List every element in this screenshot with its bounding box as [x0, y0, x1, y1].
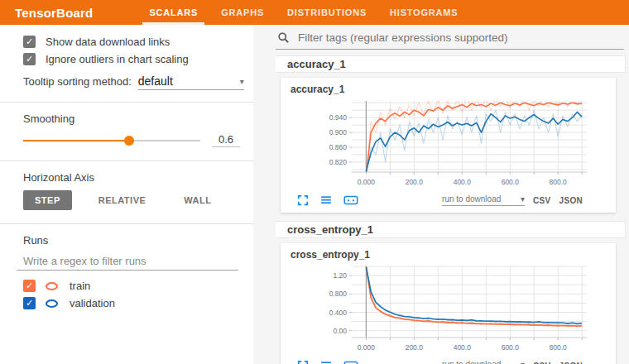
run-to-download-label: run to download [442, 194, 501, 204]
svg-text:0.000: 0.000 [358, 178, 376, 186]
svg-text:200.0: 200.0 [406, 343, 424, 352]
tag-filter[interactable]: Filter tags (regular expressions support… [276, 30, 624, 50]
runs-filter-input[interactable] [17, 253, 238, 271]
expand-chart-icon[interactable] [297, 194, 309, 206]
smoothing-slider[interactable] [23, 135, 200, 146]
slider-track-filled [23, 140, 129, 141]
divider [0, 223, 253, 224]
chevron-down-icon: ▾ [521, 194, 525, 204]
slider-track-empty [129, 140, 200, 141]
run-to-download-label: run to download [442, 360, 501, 364]
smoothing-value-input[interactable]: 0.6 [212, 133, 240, 147]
chevron-down-icon: ▾ [521, 360, 525, 364]
show-download-links-label: Show data download links [46, 36, 170, 48]
search-icon [277, 31, 290, 44]
tooltip-sorting-select[interactable]: default ▾ [138, 74, 244, 90]
run-to-download-select[interactable]: run to download ▾ [442, 360, 525, 364]
axis-wall-button[interactable]: WALL [172, 190, 223, 210]
settings-sidebar: ✓ Show data download links ✓ Ignore outl… [0, 25, 253, 364]
svg-text:0.00: 0.00 [333, 327, 347, 335]
fit-domain-icon[interactable] [343, 194, 358, 206]
expand-chart-icon[interactable] [297, 360, 309, 364]
svg-text:800.0: 800.0 [550, 343, 568, 352]
svg-text:600.0: 600.0 [502, 178, 520, 186]
tag-group-accuracy[interactable]: accuracy_1 [276, 55, 626, 73]
run-train-label: train [70, 280, 90, 292]
accuracy-line-chart[interactable]: 0.8200.8600.9000.9400.000200.0400.0600.0… [314, 96, 616, 194]
toggle-runs-icon[interactable] [319, 194, 333, 206]
chart-title: cross_entropy_1 [290, 249, 616, 261]
runs-label: Runs [0, 232, 253, 251]
ignore-outliers-checkbox[interactable]: ✓ [23, 53, 36, 65]
tab-graphs[interactable]: GRAPHS [209, 0, 276, 25]
tab-histograms[interactable]: HISTOGRAMS [378, 0, 469, 25]
tab-distributions[interactable]: DISTRIBUTIONS [276, 0, 378, 25]
tab-bar: SCALARS GRAPHS DISTRIBUTIONS HISTOGRAMS [137, 0, 469, 25]
fit-domain-icon[interactable] [343, 360, 358, 364]
toggle-runs-icon[interactable] [319, 360, 333, 364]
run-train-color-swatch [46, 282, 58, 290]
chart-card-accuracy: accuracy_1 0.8200.8600.9000.9400.000200.… [281, 78, 616, 213]
svg-text:200.0: 200.0 [406, 178, 424, 186]
divider [0, 102, 253, 103]
svg-text:0.400: 0.400 [329, 309, 348, 317]
svg-text:400.0: 400.0 [454, 178, 472, 186]
horizontal-axis-label: Horizontal Axis [0, 170, 253, 189]
ignore-outliers-label: Ignore outliers in chart scaling [46, 53, 189, 65]
svg-text:400.0: 400.0 [454, 343, 472, 352]
chart-title: accuracy_1 [290, 84, 616, 95]
svg-text:1.20: 1.20 [333, 271, 347, 280]
svg-text:0.940: 0.940 [329, 113, 348, 122]
svg-text:0.800: 0.800 [329, 290, 348, 298]
json-download-link[interactable]: JSON [559, 362, 583, 364]
app-header: TensorBoard SCALARS GRAPHS DISTRIBUTIONS… [0, 0, 629, 25]
show-download-links-checkbox[interactable]: ✓ [23, 36, 36, 48]
smoothing-label: Smoothing [0, 111, 253, 130]
json-download-link[interactable]: JSON [559, 196, 583, 205]
tag-filter-placeholder: Filter tags (regular expressions support… [298, 31, 508, 44]
svg-text:0.000: 0.000 [358, 343, 376, 352]
axis-relative-button[interactable]: RELATIVE [87, 190, 158, 210]
app-title: TensorBoard [0, 0, 108, 25]
cross-entropy-line-chart[interactable]: 0.000.4000.8001.200.000200.0400.0600.080… [314, 261, 616, 359]
slider-knob[interactable] [124, 136, 134, 146]
svg-text:0.860: 0.860 [329, 143, 348, 151]
run-validation-color-swatch [46, 299, 58, 308]
axis-step-button[interactable]: STEP [23, 190, 72, 210]
tag-group-cross-entropy[interactable]: cross_entropy_1 [276, 221, 626, 238]
run-train-checkbox[interactable]: ✓ [23, 280, 36, 292]
tooltip-sorting-label: Tooltip sorting method: [23, 75, 132, 88]
tab-scalars[interactable]: SCALARS [137, 0, 209, 25]
csv-download-link[interactable]: CSV [533, 196, 550, 205]
svg-text:800.0: 800.0 [550, 178, 568, 186]
run-validation-checkbox[interactable]: ✓ [23, 297, 36, 309]
svg-text:0.820: 0.820 [329, 158, 348, 166]
csv-download-link[interactable]: CSV [533, 362, 550, 364]
svg-text:0.900: 0.900 [329, 128, 348, 136]
svg-text:600.0: 600.0 [502, 343, 520, 352]
chevron-down-icon: ▾ [240, 77, 244, 86]
run-validation-label: validation [70, 297, 115, 309]
run-to-download-select[interactable]: run to download ▾ [442, 194, 525, 206]
dashboard-main: Filter tags (regular expressions support… [253, 25, 629, 364]
tooltip-sorting-value: default [138, 74, 173, 88]
chart-card-cross-entropy: cross_entropy_1 0.000.4000.8001.200.0002… [281, 243, 616, 364]
divider [0, 160, 253, 161]
